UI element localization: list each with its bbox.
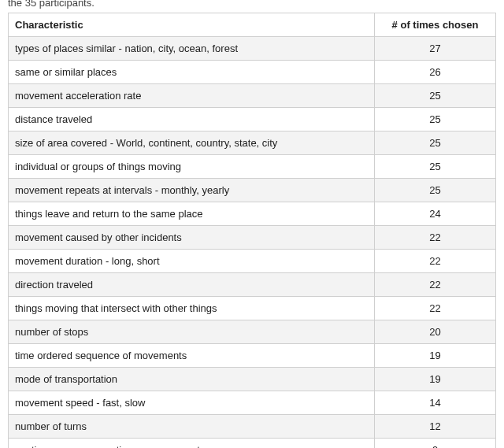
cell-count: 14	[375, 391, 496, 415]
table-row: movement speed - fast, slow14	[9, 391, 496, 415]
cell-characteristic: mode of transportation	[9, 368, 375, 391]
cell-count: 26	[375, 61, 496, 84]
cell-count: 19	[375, 368, 496, 391]
cell-count: 27	[375, 37, 496, 61]
cell-count: 20	[375, 320, 496, 344]
table-row: movement acceleration rate25	[9, 84, 496, 108]
cell-count: 25	[375, 179, 496, 202]
cell-characteristic: time ordered sequence of movements	[9, 344, 375, 368]
cell-count: 19	[375, 344, 496, 368]
table-row: types of places similar - nation, city, …	[9, 37, 496, 61]
table-header-row: Characteristic # of times chosen	[9, 13, 496, 37]
cell-count: 22	[375, 250, 496, 273]
header-characteristic: Characteristic	[9, 13, 375, 37]
cell-characteristic: direction traveled	[9, 273, 375, 297]
table-row: distance traveled25	[9, 108, 496, 131]
cell-characteristic: movement repeats at intervals - monthly,…	[9, 179, 375, 202]
cell-characteristic: distance traveled	[9, 108, 375, 131]
cell-characteristic: movement acceleration rate	[9, 84, 375, 108]
cell-characteristic: same or similar places	[9, 61, 375, 84]
table-row: same or similar places26	[9, 61, 496, 84]
cell-count: 22	[375, 273, 496, 297]
table-row: time ordered sequence of movements19	[9, 344, 496, 368]
table-row: number of turns12	[9, 415, 496, 439]
cell-characteristic: things leave and return to the same plac…	[9, 202, 375, 226]
characteristics-table: Characteristic # of times chosen types o…	[8, 13, 496, 448]
table-row: things moving that intersect with other …	[9, 297, 496, 320]
cell-count: 25	[375, 84, 496, 108]
cell-characteristic: movement duration - long, short	[9, 250, 375, 273]
cell-count: 25	[375, 108, 496, 131]
cell-characteristic: things moving that intersect with other …	[9, 297, 375, 320]
cell-characteristic: number of stops	[9, 320, 375, 344]
table-row: continuous or non-continuous movement9	[9, 439, 496, 448]
table-row: direction traveled22	[9, 273, 496, 297]
cell-count: 24	[375, 202, 496, 226]
cell-count: 22	[375, 297, 496, 320]
table-row: number of stops20	[9, 320, 496, 344]
cell-characteristic: movement speed - fast, slow	[9, 391, 375, 415]
cell-count: 22	[375, 226, 496, 250]
cell-characteristic: continuous or non-continuous movement	[9, 439, 375, 448]
table-row: movement repeats at intervals - monthly,…	[9, 179, 496, 202]
table-row: mode of transportation19	[9, 368, 496, 391]
cell-characteristic: size of area covered - World, continent,…	[9, 131, 375, 155]
cell-characteristic: individual or groups of things moving	[9, 155, 375, 179]
table-row: movement caused by other incidents22	[9, 226, 496, 250]
cell-count: 9	[375, 439, 496, 448]
cell-characteristic: movement caused by other incidents	[9, 226, 375, 250]
header-count: # of times chosen	[375, 13, 496, 37]
cell-count: 25	[375, 155, 496, 179]
table-row: individual or groups of things moving25	[9, 155, 496, 179]
table-row: size of area covered - World, continent,…	[9, 131, 496, 155]
cell-count: 12	[375, 415, 496, 439]
preceding-text-fragment: the 35 participants.	[8, 0, 496, 9]
table-row: movement duration - long, short22	[9, 250, 496, 273]
cell-characteristic: number of turns	[9, 415, 375, 439]
cell-count: 25	[375, 131, 496, 155]
cell-characteristic: types of places similar - nation, city, …	[9, 37, 375, 61]
table-row: things leave and return to the same plac…	[9, 202, 496, 226]
